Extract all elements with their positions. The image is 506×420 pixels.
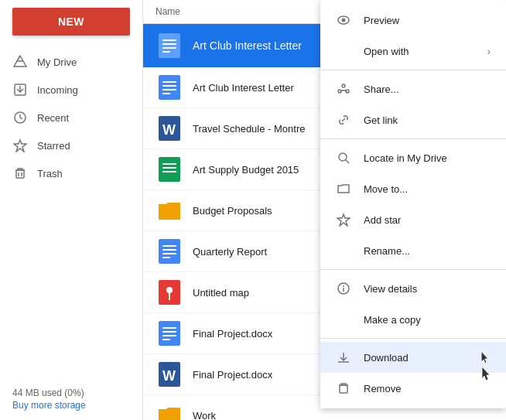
menu-item-add-star[interactable]: Add star [320, 204, 506, 235]
incoming-icon [12, 82, 28, 97]
menu-item-share[interactable]: Share... [320, 73, 506, 104]
svg-rect-52 [340, 385, 347, 393]
sidebar-item-trash[interactable]: Trash [0, 159, 136, 187]
sidebar-item-starred[interactable]: Starred [0, 131, 136, 159]
search-icon [336, 150, 351, 166]
cursor-icon [480, 350, 491, 365]
sidebar: NEW My Drive Incoming Recent Starred Tra… [0, 0, 143, 420]
rename-icon [336, 243, 351, 258]
svg-line-46 [346, 160, 349, 163]
svg-rect-24 [162, 167, 176, 169]
storage-used-text: 44 MB used (0%) [12, 388, 84, 398]
word-icon: W [156, 114, 183, 142]
svg-marker-47 [337, 214, 350, 226]
menu-item-download[interactable]: Download [320, 342, 506, 373]
menu-label: Download [364, 352, 477, 364]
map-icon [156, 278, 183, 306]
star-icon [12, 138, 28, 153]
menu-item-rename[interactable]: Rename... [320, 235, 506, 266]
menu-label: Get link [364, 114, 491, 126]
share-icon [336, 81, 351, 97]
sidebar-item-recent[interactable]: Recent [0, 104, 136, 131]
svg-rect-37 [162, 339, 170, 340]
menu-label: Share... [364, 84, 491, 95]
link-icon [336, 112, 351, 128]
menu-item-make-copy[interactable]: Make a copy [320, 304, 506, 335]
sidebar-item-label: My Drive [37, 56, 77, 68]
svg-point-32 [166, 287, 173, 293]
menu-divider [320, 269, 506, 270]
menu-label: Move to... [364, 183, 491, 195]
menu-label: Rename... [364, 245, 491, 257]
menu-label: Add star [364, 214, 491, 226]
folder-move-icon [336, 181, 351, 196]
svg-rect-25 [162, 171, 176, 172]
doc-icon [156, 319, 183, 347]
menu-label: Remove [364, 383, 491, 394]
menu-item-remove[interactable]: Remove [320, 373, 506, 404]
folder-icon [156, 196, 183, 224]
menu-label: View details [364, 283, 491, 295]
file-name: Budget Proposals [193, 205, 272, 217]
file-name: Untitled map [193, 287, 249, 299]
menu-label: Preview [364, 15, 491, 26]
sidebar-item-label: Starred [37, 140, 70, 152]
menu-item-view-details[interactable]: View details [320, 273, 506, 304]
menu-item-move-to[interactable]: Move to... [320, 173, 506, 204]
svg-point-45 [339, 153, 347, 161]
file-name: Travel Schedule - Montre [193, 123, 305, 135]
svg-point-43 [338, 90, 341, 93]
svg-rect-10 [159, 33, 180, 58]
active-file-name: Art Club Interest Letter [193, 39, 302, 52]
sidebar-item-label: Recent [37, 112, 69, 124]
sidebar-item-my-drive[interactable]: My Drive [0, 48, 136, 76]
svg-point-42 [342, 84, 345, 87]
new-button[interactable]: NEW [12, 8, 130, 36]
svg-rect-22 [159, 157, 180, 182]
menu-label: Locate in My Drive [364, 152, 491, 164]
trash-icon [12, 166, 28, 181]
menu-item-get-link[interactable]: Get link [320, 104, 506, 135]
buy-storage-link[interactable]: Buy more storage [12, 400, 130, 411]
svg-rect-26 [159, 239, 180, 264]
svg-rect-34 [162, 327, 176, 329]
svg-rect-11 [162, 39, 176, 41]
copy-icon [336, 312, 351, 327]
menu-divider [320, 338, 506, 339]
doc-icon [156, 237, 183, 265]
doc-icon-white [156, 32, 183, 60]
svg-line-1 [17, 56, 20, 61]
menu-item-open-with[interactable]: Open with › [320, 36, 506, 67]
svg-rect-12 [162, 43, 176, 45]
svg-rect-27 [162, 245, 176, 247]
svg-rect-35 [162, 331, 176, 333]
sidebar-item-label: Trash [37, 168, 63, 179]
svg-rect-14 [162, 51, 170, 53]
info-icon [336, 281, 351, 296]
sidebar-item-incoming[interactable]: Incoming [0, 76, 136, 104]
svg-rect-18 [162, 89, 176, 90]
svg-marker-6 [14, 140, 26, 152]
eye-icon [336, 12, 351, 28]
sheets-icon [156, 155, 183, 183]
drive-icon [12, 54, 28, 70]
file-name: Final Project.docx [193, 328, 272, 340]
svg-rect-36 [162, 335, 176, 336]
svg-text:W: W [162, 122, 176, 138]
doc-icon [156, 73, 183, 101]
svg-rect-7 [16, 170, 24, 178]
menu-item-locate[interactable]: Locate in My Drive [320, 142, 506, 173]
svg-rect-16 [162, 81, 176, 83]
file-name: Art Supply Budget 2015 [193, 164, 299, 176]
context-menu: Preview Open with › Share... Get link [320, 0, 506, 408]
svg-rect-23 [162, 163, 176, 165]
menu-divider [320, 70, 506, 70]
sidebar-item-label: Incoming [37, 84, 78, 96]
file-name: Quarterly Report [193, 246, 267, 258]
svg-rect-29 [162, 253, 176, 254]
trash-remove-icon [336, 381, 351, 396]
word-icon: W [156, 360, 183, 388]
svg-rect-13 [162, 47, 176, 49]
menu-item-preview[interactable]: Preview [320, 5, 506, 36]
svg-rect-19 [162, 93, 170, 94]
